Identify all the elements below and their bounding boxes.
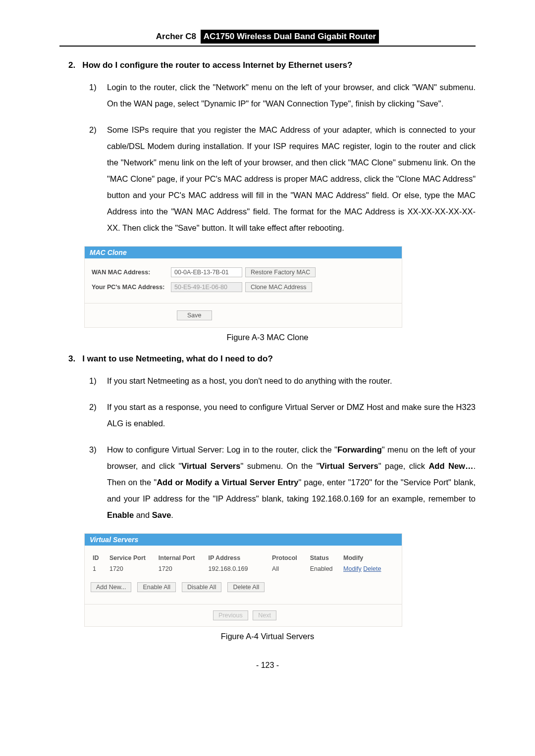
vs-table-row: 1 1720 1720 192.168.0.169 All Enabled Mo… <box>91 564 396 573</box>
save-button[interactable]: Save <box>177 310 212 320</box>
wan-mac-label: WAN MAC Address: <box>92 269 171 276</box>
disable-all-button[interactable]: Disable All <box>182 582 221 592</box>
page-header: Archer C8 AC1750 Wireless Dual Band Giga… <box>59 30 476 47</box>
step-text: If you start Netmeeting as a host, you d… <box>107 373 476 389</box>
clone-mac-address-button[interactable]: Clone MAC Address <box>245 282 312 292</box>
cell-ip-address: 192.168.0.169 <box>207 564 270 573</box>
next-button: Next <box>253 610 276 620</box>
step-number: 1) <box>89 373 107 389</box>
q3-number: 3. <box>68 354 75 363</box>
delete-all-button[interactable]: Delete All <box>227 582 265 592</box>
step-text: If you start as a response, you need to … <box>107 399 476 432</box>
panel-title: MAC Clone <box>85 247 402 258</box>
cell-service-port: 1720 <box>107 564 157 573</box>
wan-mac-row: WAN MAC Address: Restore Factory MAC <box>92 267 395 277</box>
pc-mac-input <box>171 282 242 292</box>
mac-clone-panel: MAC Clone WAN MAC Address: Restore Facto… <box>84 246 402 328</box>
col-internal-port: Internal Port <box>157 554 207 562</box>
figure-caption-a4: Figure A-4 Virtual Servers <box>59 632 476 641</box>
q2-heading: 2. How do I configure the router to acce… <box>68 60 476 70</box>
step-number: 1) <box>89 79 107 112</box>
q2-number: 2. <box>68 60 75 70</box>
pc-mac-label: Your PC's MAC Address: <box>92 284 171 291</box>
page-number: - 123 - <box>59 661 476 670</box>
q3-step: 3) How to configure Virtual Server: Log … <box>89 442 476 523</box>
step-text: Login to the router, click the "Network"… <box>107 79 476 112</box>
pc-mac-row: Your PC's MAC Address: Clone MAC Address <box>92 282 395 292</box>
col-service-port: Service Port <box>107 554 157 562</box>
panel-title: Virtual Servers <box>85 534 402 546</box>
restore-factory-mac-button[interactable]: Restore Factory MAC <box>245 267 316 277</box>
previous-button: Previous <box>213 610 248 620</box>
model-label: Archer C8 <box>156 32 196 41</box>
wan-mac-input[interactable] <box>171 267 242 277</box>
col-status: Status <box>308 554 341 562</box>
cell-status: Enabled <box>308 564 341 573</box>
product-label: AC1750 Wireless Dual Band Gigabit Router <box>201 30 379 44</box>
step-number: 2) <box>89 122 107 236</box>
col-modify: Modify <box>341 554 396 562</box>
step-number: 3) <box>89 442 107 523</box>
cell-id: 1 <box>91 564 107 573</box>
modify-link[interactable]: Modify <box>343 565 362 572</box>
col-ip-address: IP Address <box>207 554 270 562</box>
col-id: ID <box>91 554 107 562</box>
step-text: How to configure Virtual Server: Log in … <box>107 442 476 523</box>
step-text: Some ISPs require that you register the … <box>107 122 476 236</box>
add-new-button[interactable]: Add New... <box>91 582 131 592</box>
q3-step: 2) If you start as a response, you need … <box>89 399 476 432</box>
cell-protocol: All <box>270 564 308 573</box>
enable-all-button[interactable]: Enable All <box>137 582 176 592</box>
q3-title: I want to use Netmeeting, what do I need… <box>82 354 272 363</box>
cell-internal-port: 1720 <box>157 564 207 573</box>
virtual-servers-panel: Virtual Servers ID Service Port Internal… <box>84 533 402 627</box>
vs-table-header: ID Service Port Internal Port IP Address… <box>91 554 396 562</box>
q3-step: 1) If you start Netmeeting as a host, yo… <box>89 373 476 389</box>
q3-heading: 3. I want to use Netmeeting, what do I n… <box>68 354 476 364</box>
q2-step: 2) Some ISPs require that you register t… <box>89 122 476 236</box>
q2-step: 1) Login to the router, click the "Netwo… <box>89 79 476 112</box>
step-number: 2) <box>89 399 107 432</box>
figure-caption-a3: Figure A-3 MAC Clone <box>59 333 476 342</box>
q2-title: How do I configure the router to access … <box>82 60 352 70</box>
delete-link[interactable]: Delete <box>363 565 381 572</box>
col-protocol: Protocol <box>270 554 308 562</box>
